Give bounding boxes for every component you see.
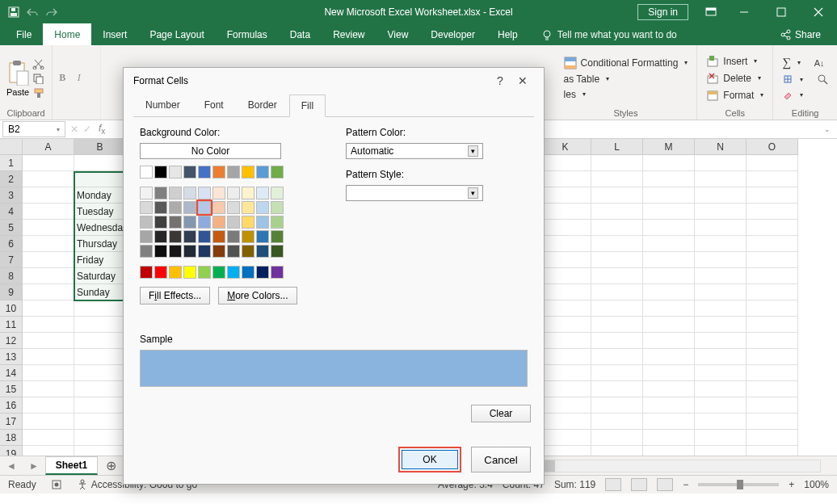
cell[interactable] — [540, 317, 591, 333]
sort-filter-icon[interactable]: A↓ — [814, 58, 825, 68]
color-swatch[interactable] — [154, 166, 167, 178]
color-swatch[interactable] — [198, 166, 211, 178]
cell[interactable] — [695, 365, 747, 381]
color-swatch[interactable] — [169, 230, 182, 243]
color-swatch[interactable] — [242, 245, 254, 258]
color-swatch[interactable] — [169, 216, 182, 229]
cell[interactable] — [747, 300, 798, 317]
cell[interactable] — [747, 187, 798, 204]
cell[interactable] — [540, 349, 591, 365]
color-swatch[interactable] — [183, 230, 196, 243]
cell[interactable]: Thursday — [74, 236, 126, 252]
row-header[interactable]: 11 — [0, 317, 23, 333]
cell[interactable] — [23, 187, 74, 204]
cell[interactable] — [747, 220, 798, 236]
zoom-out-button[interactable]: − — [683, 479, 688, 490]
delete-cells-button[interactable]: Delete▾ — [704, 71, 766, 86]
cell[interactable] — [747, 397, 798, 414]
cell[interactable] — [23, 414, 74, 430]
cell[interactable] — [591, 204, 643, 220]
cell[interactable] — [23, 252, 74, 268]
color-swatch[interactable] — [198, 201, 211, 214]
color-swatch[interactable] — [212, 216, 225, 229]
cell[interactable] — [591, 284, 643, 300]
cell[interactable]: Friday — [74, 252, 126, 268]
color-swatch[interactable] — [227, 201, 240, 214]
zoom-in-button[interactable]: + — [789, 479, 794, 490]
cell[interactable] — [591, 430, 643, 446]
cell[interactable] — [74, 381, 126, 397]
color-swatch[interactable] — [140, 266, 153, 279]
color-swatch[interactable] — [154, 245, 167, 258]
column-header[interactable]: K — [540, 139, 591, 155]
cell[interactable] — [695, 204, 747, 220]
cell[interactable] — [695, 252, 747, 268]
cell[interactable] — [23, 155, 74, 171]
color-swatch[interactable] — [256, 201, 269, 214]
sheet-tab[interactable]: Sheet1 — [45, 456, 98, 475]
column-header[interactable]: M — [643, 139, 695, 155]
cell[interactable] — [695, 171, 747, 187]
view-normal-button[interactable] — [605, 478, 621, 491]
close-button[interactable] — [800, 0, 837, 23]
cell[interactable] — [23, 317, 74, 333]
color-swatch[interactable] — [140, 166, 153, 178]
row-header[interactable]: 19 — [0, 446, 23, 456]
row-header[interactable]: 18 — [0, 430, 23, 446]
cell[interactable] — [23, 365, 74, 381]
column-header[interactable]: L — [591, 139, 643, 155]
maximize-button[interactable] — [763, 0, 800, 23]
cell[interactable] — [747, 414, 798, 430]
format-cells-button[interactable]: Format▾ — [704, 88, 766, 103]
cell[interactable] — [74, 317, 126, 333]
color-swatch[interactable] — [140, 230, 153, 243]
color-swatch[interactable] — [212, 187, 225, 200]
cell[interactable] — [695, 381, 747, 397]
fx-icon[interactable]: fx — [94, 123, 110, 136]
format-painter-icon[interactable] — [32, 87, 45, 99]
column-header[interactable]: A — [23, 139, 74, 155]
color-swatch[interactable] — [154, 266, 167, 279]
cell[interactable] — [643, 414, 695, 430]
cell[interactable] — [591, 252, 643, 268]
cell[interactable]: Wednesday — [74, 220, 126, 236]
cell-styles-button[interactable]: les▾ — [562, 88, 691, 101]
cell[interactable] — [747, 268, 798, 284]
color-swatch[interactable] — [154, 201, 167, 214]
cell[interactable] — [23, 397, 74, 414]
cell[interactable] — [540, 397, 591, 414]
color-swatch[interactable] — [183, 201, 196, 214]
tab-formulas[interactable]: Formulas — [216, 23, 279, 45]
zoom-slider[interactable] — [698, 483, 779, 486]
fill-effects-button[interactable]: Fill Effects... — [140, 287, 210, 304]
color-swatch[interactable] — [271, 266, 284, 279]
undo-icon[interactable] — [26, 7, 39, 17]
cell[interactable] — [74, 430, 126, 446]
cell[interactable] — [23, 300, 74, 317]
cell[interactable] — [747, 236, 798, 252]
color-swatch[interactable] — [198, 230, 211, 243]
color-swatch[interactable] — [169, 266, 182, 279]
cell[interactable] — [591, 236, 643, 252]
cell[interactable] — [591, 300, 643, 317]
cell[interactable] — [74, 446, 126, 456]
dialog-tab-number[interactable]: Number — [133, 94, 192, 116]
view-page-break-button[interactable] — [657, 478, 673, 491]
cell[interactable] — [643, 187, 695, 204]
color-swatch[interactable] — [198, 187, 211, 200]
cell[interactable] — [747, 155, 798, 171]
cell[interactable] — [747, 252, 798, 268]
ribbon-display-options-icon[interactable] — [696, 0, 726, 23]
row-header[interactable]: 6 — [0, 236, 23, 252]
copy-icon[interactable] — [32, 73, 45, 84]
conditional-formatting-button[interactable]: Conditional Formatting▾ — [562, 56, 691, 70]
cell[interactable] — [23, 220, 74, 236]
save-icon[interactable] — [8, 6, 19, 18]
cell[interactable] — [74, 365, 126, 381]
cell[interactable] — [74, 414, 126, 430]
cell[interactable] — [540, 187, 591, 204]
cell[interactable] — [643, 284, 695, 300]
row-header[interactable]: 1 — [0, 155, 23, 171]
cell[interactable] — [643, 300, 695, 317]
cell[interactable] — [643, 397, 695, 414]
